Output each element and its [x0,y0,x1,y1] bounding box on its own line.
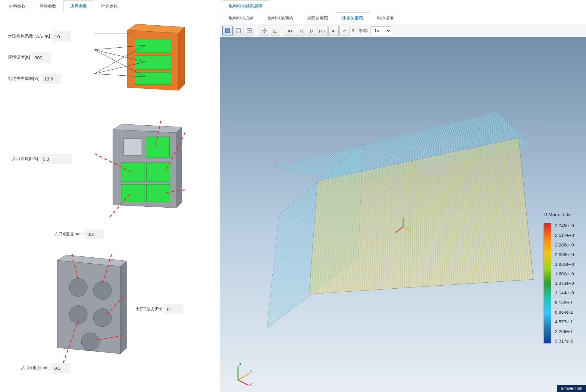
svg-text:Y: Y [250,369,252,374]
speed-select[interactable]: 1× [371,27,391,35]
center-axis-gizmo [393,216,414,237]
left-tabs: 材料参数 网格参数 边界参数 计算参数 [0,0,220,12]
svg-marker-2 [179,27,185,90]
speed-label: 倍速: [359,28,368,33]
legend-ticks: 2.745e+0 2.517e+0 2.288e+0 2.059e+0 1.83… [551,223,574,343]
outlet2-p-label: 出口2压力[Pa] [136,306,162,312]
left-body: 对流换热系数 [W/㎡/K] 环境温度[K] 电池热生成率[W] [0,12,220,392]
legend-tick: 2.517e+0 [555,233,574,238]
svg-line-53 [238,373,249,380]
conv-coef-label: 对流换热系数 [W/㎡/K] [8,34,50,39]
last-frame-icon[interactable]: ⏭ [328,26,339,36]
export-icon[interactable]: ↗ [339,26,349,36]
section-1: 对流换热系数 [W/㎡/K] 环境温度[K] 电池热生成率[W] [6,21,214,108]
tab-calc[interactable]: 计算参数 [94,0,125,12]
svg-text:Z: Z [239,363,241,367]
env-temp-label: 环境温度[K] [8,55,30,60]
legend-tick: 2.059e+0 [555,252,574,257]
section-2: 入口速度[m/s] [6,121,214,220]
tab-material[interactable]: 材料参数 [2,0,33,12]
viewer[interactable]: ⏮ ◁ ▷ ▷▷ ⏭ ↗ 3 倍速: 1× U Magnitude [220,24,586,392]
svg-rect-3 [135,39,171,53]
svg-line-47 [273,30,276,33]
move-icon[interactable] [259,26,269,36]
inlet4-vel-input[interactable] [84,229,104,239]
legend-tick: 4.577e-1 [555,319,574,324]
svg-text:X: X [249,383,252,386]
watermark: Simwe.com [557,385,586,392]
result-tabs-sub: 燃料电池几何 燃料电池网格 表面速度图 速度矢量图 电池温度 [220,12,586,24]
svg-rect-40 [225,29,230,33]
inlet-vel-input[interactable] [40,154,72,164]
legend-tick: 2.289e-1 [555,329,574,334]
corner-axis-gizmo: Z Y X [232,362,256,386]
view-grid-icon[interactable] [244,26,254,36]
legend-tick: 9.317e-5 [555,338,574,343]
outlet2-p-input[interactable] [164,304,183,314]
conv-coef-input[interactable] [52,31,71,42]
svg-rect-16 [124,139,142,155]
left-panel: 材料参数 网格参数 边界参数 计算参数 对流换热系数 [W/㎡/K] 环境温度[… [0,0,220,392]
tab-boundary[interactable]: 边界参数 [63,0,94,12]
svg-rect-17 [146,137,170,157]
illustration-1 [71,21,214,108]
legend-tick: 1.144e+0 [555,290,574,295]
illustration-2 [72,121,214,220]
svg-point-31 [93,281,111,299]
tab-mesh[interactable]: 网格参数 [33,0,63,12]
legend-tick: 1.373e+0 [555,281,574,286]
svg-point-33 [93,309,111,327]
inlet4-vel-label: 入口4速度[m/s] [54,231,83,237]
axis-icon[interactable] [270,26,280,36]
first-frame-icon[interactable]: ⏮ [285,26,295,36]
inlet-vel-label: 入口速度[m/s] [12,156,38,162]
svg-line-49 [403,227,411,231]
illustration-3 [45,251,142,366]
svg-line-55 [238,380,249,385]
svg-rect-4 [135,56,171,69]
cell-heat-input[interactable] [41,74,61,84]
tab-geometry[interactable]: 燃料电池几何 [222,12,261,24]
tab-surface-vel[interactable]: 表面速度图 [300,12,335,24]
frame-number: 3 [352,28,354,33]
tab-fuel-cell-results[interactable]: 燃料电池结果展示 [222,0,269,12]
section-3: 出口2压力[Pa] 入口5速度[m/s] [6,251,214,384]
svg-marker-15 [176,127,182,208]
svg-rect-19 [147,163,170,181]
tab-vel-vector[interactable]: 速度矢量图 [335,12,370,24]
env-temp-input[interactable] [32,52,51,63]
right-panel: 燃料电池结果展示 燃料电池几何 燃料电池网格 表面速度图 速度矢量图 电池温度 … [220,0,586,392]
svg-marker-29 [121,261,127,354]
legend-tick: 1.602e+0 [555,271,574,276]
vector-plot-render [282,58,575,305]
legend-tick: 9.152e-1 [555,300,574,305]
next-frame-icon[interactable]: ▷▷ [318,26,328,36]
legend-bar [544,223,551,343]
color-legend: U Magnitude 2.745e+0 2.517e+0 2.288e+0 2… [544,223,574,343]
play-icon[interactable]: ▷ [307,26,317,36]
view-wire-icon[interactable] [233,26,243,36]
legend-tick: 6.864e-1 [555,309,574,315]
inlet5-vel-label: 入口5速度[m/s] [21,365,49,371]
svg-line-50 [396,227,403,233]
svg-rect-18 [121,163,145,181]
legend-title: U Magnitude [544,212,571,218]
prev-frame-icon[interactable]: ◁ [296,26,306,36]
result-tabs-top: 燃料电池结果展示 [220,0,586,12]
svg-point-34 [81,333,99,351]
cell-heat-label: 电池热生成率[W] [8,76,39,81]
tab-meshv[interactable]: 燃料电池网格 [261,12,300,24]
svg-rect-41 [236,29,240,33]
view-solid-icon[interactable] [222,26,233,36]
inlet5-vel-input[interactable] [51,363,71,373]
legend-tick: 2.745e+0 [555,223,574,228]
legend-tick: 2.288e+0 [555,242,574,247]
viewer-toolbar: ⏮ ◁ ▷ ▷▷ ⏭ ↗ 3 倍速: 1× [220,24,586,37]
tab-cell-temp[interactable]: 电池温度 [370,12,401,24]
legend-tick: 1.830e+0 [555,262,574,267]
